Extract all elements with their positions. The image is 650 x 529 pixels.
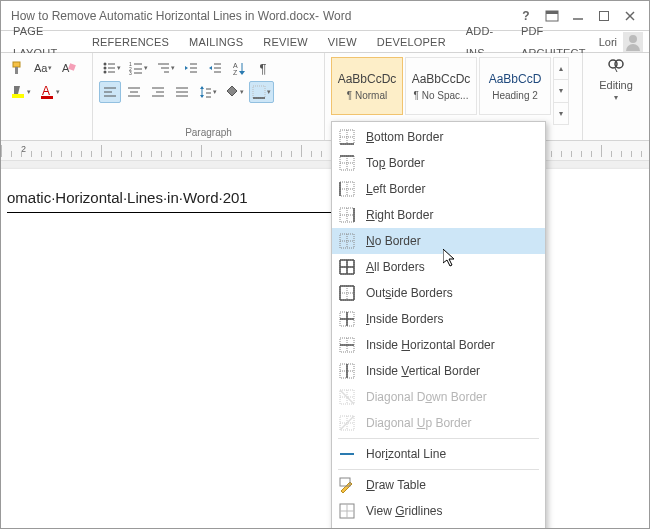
decrease-indent-button[interactable]: [180, 57, 202, 79]
avatar-icon: [623, 32, 643, 52]
border-icon: [338, 362, 356, 380]
font-case-button[interactable]: Aa▾: [31, 57, 55, 79]
menu-item-label: No Border: [366, 234, 421, 248]
border-icon: [338, 154, 356, 172]
border-icon: [338, 445, 356, 463]
svg-rect-58: [227, 97, 237, 99]
svg-marker-28: [185, 66, 188, 70]
tab-mailings[interactable]: Mailings: [179, 31, 253, 53]
border-icon: [338, 310, 356, 328]
highlight-button[interactable]: ▾: [7, 81, 34, 103]
svg-point-17: [104, 71, 107, 74]
editing-label: Editing: [599, 79, 633, 91]
svg-rect-59: [253, 86, 265, 98]
menu-item-label: View Gridlines: [366, 504, 443, 518]
user-account[interactable]: Lori: [599, 32, 647, 52]
show-marks-button[interactable]: ¶: [252, 57, 274, 79]
clear-format-button[interactable]: A: [57, 57, 79, 79]
tab-developer[interactable]: Developer: [367, 31, 456, 53]
svg-text:A: A: [42, 84, 50, 98]
menu-item-all-borders[interactable]: All Borders: [332, 254, 545, 280]
align-right-button[interactable]: [147, 81, 169, 103]
menu-item-label: Left Border: [366, 182, 425, 196]
sort-button[interactable]: AZ: [228, 57, 250, 79]
menu-item-right-border[interactable]: Right Border: [332, 202, 545, 228]
menu-item-draw-table[interactable]: Draw Table: [332, 472, 545, 498]
justify-button[interactable]: [171, 81, 193, 103]
tab-references[interactable]: References: [82, 31, 179, 53]
menu-item-outside-borders[interactable]: Outside Borders: [332, 280, 545, 306]
border-icon: [338, 414, 356, 432]
menu-item-view-gridlines[interactable]: View Gridlines: [332, 498, 545, 524]
document-text[interactable]: omatic·Horizontal·Lines·in·Word·201: [7, 189, 645, 213]
menu-item-diagonal-down-border: Diagonal Down Border: [332, 384, 545, 410]
svg-marker-32: [209, 66, 212, 70]
format-painter-button[interactable]: [7, 57, 29, 79]
multilevel-button[interactable]: ▾: [153, 57, 178, 79]
border-icon: [338, 388, 356, 406]
border-icon: [338, 284, 356, 302]
menu-item-inside-horizontal-border[interactable]: Inside Horizontal Border: [332, 332, 545, 358]
border-icon: [338, 258, 356, 276]
menu-item-inside-vertical-border[interactable]: Inside Vertical Border: [332, 358, 545, 384]
styles-more-button[interactable]: ▴ ▾ ▾: [553, 57, 569, 125]
menu-item-label: Inside Vertical Border: [366, 364, 480, 378]
bullets-button[interactable]: ▾: [99, 57, 124, 79]
ribbon: Aa▾ A ▾ A▾ ▾: [1, 53, 649, 141]
menu-item-label: Bottom Border: [366, 130, 443, 144]
menu-item-no-border[interactable]: No Border: [332, 228, 545, 254]
menu-item-label: Diagonal Down Border: [366, 390, 487, 404]
style-no-spacing[interactable]: AaBbCcDc ¶ No Spac...: [405, 57, 477, 115]
menu-item-left-border[interactable]: Left Border: [332, 176, 545, 202]
app-name: Word: [323, 9, 351, 23]
paragraph-group-label: Paragraph: [99, 125, 318, 138]
horizontal-line: [7, 212, 367, 213]
menu-item-bottom-border[interactable]: Bottom Border: [332, 124, 545, 150]
menu-item-label: Inside Borders: [366, 312, 443, 326]
user-name: Lori: [599, 36, 617, 48]
menu-item-horizontal-line[interactable]: Horizontal Line: [332, 441, 545, 467]
numbering-button[interactable]: 123▾: [126, 57, 151, 79]
shading-button[interactable]: ▾: [222, 81, 247, 103]
menu-item-label: Top Border: [366, 156, 425, 170]
svg-rect-6: [13, 62, 20, 67]
style-normal[interactable]: AaBbCcDc ¶ Normal: [331, 57, 403, 115]
svg-rect-10: [12, 94, 24, 98]
svg-text:Z: Z: [233, 69, 238, 75]
menu-item-inside-borders[interactable]: Inside Borders: [332, 306, 545, 332]
style-heading-2[interactable]: AaBbCcD Heading 2: [479, 57, 551, 115]
style-gallery: AaBbCcDc ¶ Normal AaBbCcDc ¶ No Spac... …: [331, 57, 571, 125]
menu-item-label: Right Border: [366, 208, 433, 222]
borders-button[interactable]: ▾: [249, 81, 274, 103]
svg-point-15: [104, 67, 107, 70]
ribbon-tabs: Page Layout References Mailings Review V…: [1, 31, 649, 53]
border-icon: [338, 128, 356, 146]
menu-item-label: Diagonal Up Border: [366, 416, 471, 430]
menu-separator: [338, 469, 539, 470]
align-left-button[interactable]: [99, 81, 121, 103]
menu-separator: [338, 438, 539, 439]
close-button[interactable]: [617, 6, 643, 26]
editing-group[interactable]: Editing ▾: [589, 57, 643, 102]
font-color-button[interactable]: A▾: [36, 81, 63, 103]
document-area[interactable]: omatic·Horizontal·Lines·in·Word·201: [1, 161, 649, 529]
svg-rect-3: [600, 11, 609, 20]
menu-item-label: Horizontal Line: [366, 447, 446, 461]
increase-indent-button[interactable]: [204, 57, 226, 79]
svg-marker-39: [239, 71, 245, 75]
tab-review[interactable]: Review: [253, 31, 318, 53]
tab-view[interactable]: View: [318, 31, 367, 53]
menu-item-label: Draw Table: [366, 478, 426, 492]
menu-item-borders-and-shading[interactable]: Borders and Shading...: [332, 524, 545, 529]
menu-item-label: Outside Borders: [366, 286, 453, 300]
menu-item-label: Inside Horizontal Border: [366, 338, 495, 352]
svg-rect-1: [546, 11, 558, 14]
align-center-button[interactable]: [123, 81, 145, 103]
menu-item-top-border[interactable]: Top Border: [332, 150, 545, 176]
svg-rect-12: [41, 96, 53, 99]
scroll-down-icon: ▾: [554, 80, 568, 102]
svg-text:3: 3: [129, 70, 132, 75]
line-spacing-button[interactable]: ▾: [195, 81, 220, 103]
svg-point-13: [104, 63, 107, 66]
ruler[interactable]: 2 7: [1, 141, 649, 161]
